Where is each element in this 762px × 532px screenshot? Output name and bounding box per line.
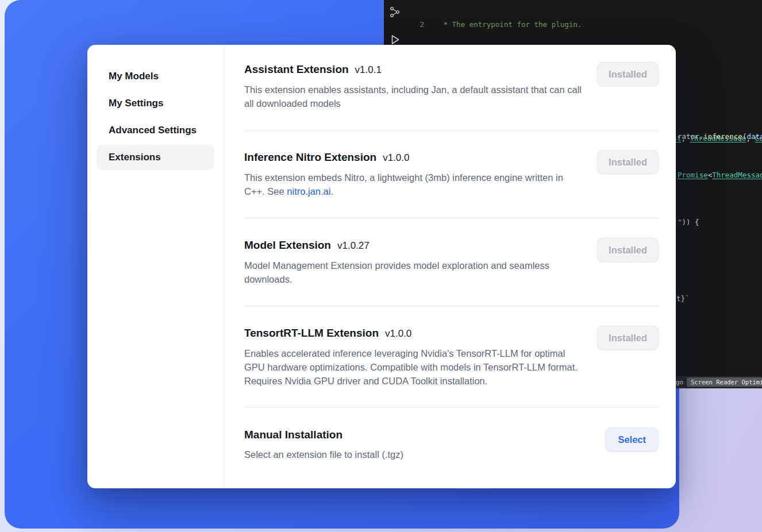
manual-installation-title: Manual Installation bbox=[244, 427, 342, 442]
extension-version: v1.0.1 bbox=[355, 63, 382, 78]
extension-row-model: Model Extension v1.0.27 Model Management… bbox=[244, 238, 659, 286]
extension-description: This extension enables assistants, inclu… bbox=[244, 83, 582, 110]
extension-title: Model Extension bbox=[244, 238, 331, 253]
divider bbox=[244, 306, 659, 306]
extension-description: This extension embeds Nitro, a lightweig… bbox=[244, 171, 582, 198]
extension-row-assistant: Assistant Extension v1.0.1 This extensio… bbox=[244, 62, 659, 110]
settings-modal: My Models My Settings Advanced Settings … bbox=[87, 45, 676, 488]
extension-description: Enables accelerated inference leveraging… bbox=[244, 346, 582, 388]
extensions-panel: Assistant Extension v1.0.1 This extensio… bbox=[224, 45, 676, 488]
line-number: 2 bbox=[384, 20, 424, 30]
manual-installation-row: Manual Installation Select an extension … bbox=[244, 427, 659, 461]
description-text: . bbox=[330, 186, 333, 196]
code-fragment: ")) { bbox=[678, 218, 699, 228]
select-button[interactable]: Select bbox=[605, 427, 659, 452]
code-comment: * The entrypoint for the plugin. bbox=[439, 20, 582, 29]
extension-description: Model Management Extension provides mode… bbox=[244, 259, 582, 286]
manual-installation-description: Select an extension file to install (.tg… bbox=[244, 448, 403, 461]
code-fragment: t}` bbox=[676, 294, 690, 304]
extension-title: Assistant Extension bbox=[244, 62, 349, 77]
extension-version: v1.0.0 bbox=[383, 151, 409, 165]
extension-version: v1.0.0 bbox=[385, 326, 411, 341]
status-text: go bbox=[676, 378, 683, 388]
extension-row-inference-nitro: Inference Nitro Extension v1.0.0 This ex… bbox=[244, 150, 659, 198]
installed-button[interactable]: Installed bbox=[597, 62, 659, 86]
installed-button[interactable]: Installed bbox=[597, 150, 659, 174]
divider bbox=[244, 130, 659, 130]
sidebar-item-my-models[interactable]: My Models bbox=[97, 64, 214, 89]
installed-button[interactable]: Installed bbox=[597, 238, 659, 262]
sidebar-item-extensions[interactable]: Extensions bbox=[97, 145, 214, 170]
code-line: 2 * The entrypoint for the plugin. bbox=[384, 20, 762, 30]
code-fragment: Promise<ThreadMessage> bbox=[678, 171, 762, 180]
installed-button[interactable]: Installed bbox=[597, 326, 659, 350]
settings-sidebar: My Models My Settings Advanced Settings … bbox=[87, 45, 224, 488]
nitro-jan-ai-link[interactable]: nitro.jan.ai bbox=[287, 186, 330, 196]
extension-title: Inference Nitro Extension bbox=[244, 150, 376, 165]
extension-title: TensortRT-LLM Extension bbox=[244, 326, 379, 341]
extension-row-tensorrt-llm: TensortRT-LLM Extension v1.0.0 Enables a… bbox=[244, 326, 659, 388]
extension-version: v1.0.27 bbox=[337, 238, 370, 253]
divider bbox=[244, 407, 659, 408]
sidebar-item-my-settings[interactable]: My Settings bbox=[97, 91, 214, 116]
screen-reader-chip[interactable]: Screen Reader Optimize bbox=[687, 377, 762, 387]
sidebar-item-advanced-settings[interactable]: Advanced Settings bbox=[97, 118, 214, 143]
code-fragment: rator.inference(data)); bbox=[678, 132, 762, 142]
page: 2 * The entrypoint for the plugin. 3 */ … bbox=[0, 0, 762, 532]
divider bbox=[244, 218, 659, 218]
